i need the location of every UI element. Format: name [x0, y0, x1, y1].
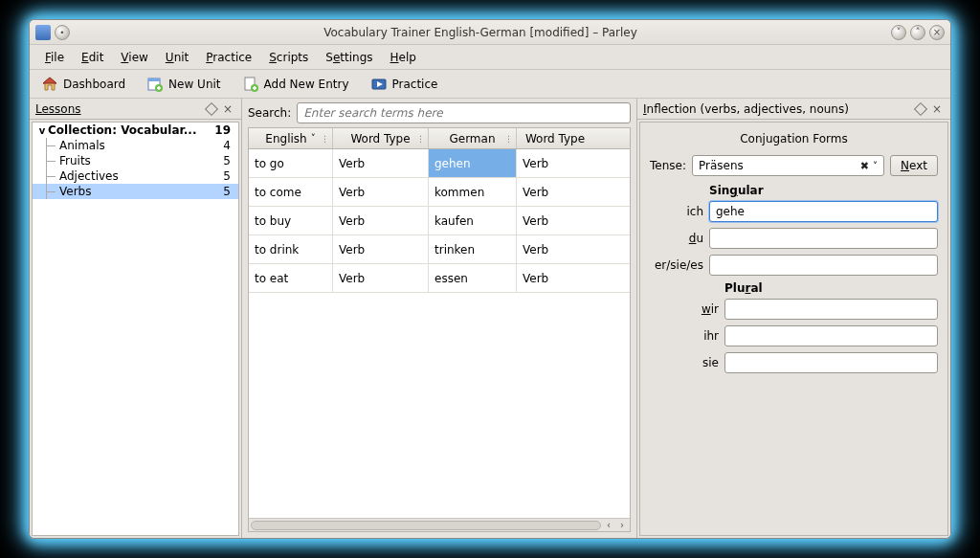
- table-row[interactable]: to go Verb gehen Verb: [249, 149, 630, 178]
- panel-float-icon[interactable]: [914, 101, 927, 115]
- search-label: Search:: [248, 106, 291, 120]
- cell-wordtype[interactable]: Verb: [333, 207, 429, 234]
- inflection-panel: Inflection (verbs, adjectives, nouns) × …: [636, 99, 950, 538]
- tree-item-adjectives[interactable]: Adjectives 5: [33, 168, 238, 184]
- table-row[interactable]: to buy Verb kaufen Verb: [249, 207, 630, 235]
- cell-wordtype[interactable]: Verb: [333, 235, 429, 263]
- cell-wordtype[interactable]: Verb: [517, 235, 593, 263]
- panel-float-icon[interactable]: [205, 101, 218, 115]
- search-input[interactable]: [297, 102, 631, 123]
- lessons-tree[interactable]: v Collection: Vocabular... 19 Animals 4 …: [32, 122, 239, 536]
- table-row[interactable]: to drink Verb trinken Verb: [249, 235, 630, 264]
- scroll-left-icon[interactable]: ‹: [603, 520, 614, 530]
- close-button[interactable]: ×: [929, 25, 945, 40]
- tree-item-animals[interactable]: Animals 4: [33, 138, 238, 153]
- cell-english[interactable]: to go: [249, 149, 333, 177]
- menu-practice[interactable]: Practice: [198, 48, 259, 67]
- wir-input[interactable]: [724, 299, 938, 320]
- th-wordtype1[interactable]: Word Type⋮: [333, 128, 429, 148]
- chevron-down-icon[interactable]: ˅: [873, 161, 878, 171]
- ersiees-input[interactable]: [709, 255, 938, 276]
- menu-view[interactable]: View: [113, 48, 155, 67]
- tense-combobox[interactable]: Präsens ✖ ˅: [692, 155, 884, 176]
- th-german[interactable]: German⋮: [429, 128, 517, 148]
- new-unit-label: New Unit: [168, 78, 220, 91]
- tense-row: Tense: Präsens ✖ ˅ Next: [650, 155, 938, 176]
- app-icon: [35, 25, 51, 40]
- form-row-wir: wir: [650, 299, 938, 320]
- tree-root-count: 19: [214, 123, 234, 137]
- column-menu-icon[interactable]: ⋮: [504, 134, 513, 144]
- column-menu-icon[interactable]: ⋮: [321, 134, 329, 144]
- menu-settings[interactable]: Settings: [318, 48, 380, 67]
- th-english[interactable]: English˅⋮: [249, 128, 333, 148]
- du-input[interactable]: [709, 228, 938, 249]
- lessons-panel: Lessons × v Collection: Vocabular... 19 …: [30, 99, 242, 538]
- clear-icon[interactable]: ✖: [857, 160, 873, 172]
- tree-item-count: 4: [223, 139, 234, 152]
- form-row-du: du: [650, 228, 938, 249]
- maximize-button[interactable]: ˄: [910, 25, 925, 40]
- titlebar-pin-button[interactable]: •: [55, 25, 70, 40]
- new-unit-icon: [146, 76, 164, 93]
- minimize-button[interactable]: ˅: [891, 25, 906, 40]
- scroll-right-icon[interactable]: ›: [616, 520, 628, 530]
- cell-wordtype[interactable]: Verb: [517, 207, 593, 234]
- cell-english[interactable]: to drink: [249, 235, 333, 263]
- inflection-close-button[interactable]: ×: [929, 102, 945, 116]
- cell-wordtype[interactable]: Verb: [517, 264, 593, 292]
- cell-english[interactable]: to come: [249, 178, 333, 206]
- tree-item-label: Animals: [59, 139, 105, 152]
- ich-label: ich: [650, 205, 703, 218]
- menu-scripts[interactable]: Scripts: [261, 48, 316, 67]
- toolbar: Dashboard New Unit Add New Entry Practic…: [30, 70, 950, 99]
- next-button[interactable]: Next: [890, 155, 938, 176]
- dashboard-button[interactable]: Dashboard: [37, 74, 129, 95]
- horizontal-scrollbar[interactable]: ‹ ›: [249, 518, 630, 531]
- titlebar[interactable]: • Vocabulary Trainer English-German [mod…: [30, 20, 950, 45]
- ersiees-label: er/sie/es: [650, 258, 703, 272]
- tree-item-fruits[interactable]: Fruits 5: [33, 153, 238, 168]
- th-wordtype2[interactable]: Word Type: [517, 128, 593, 148]
- cell-wordtype[interactable]: Verb: [517, 149, 593, 177]
- dashboard-label: Dashboard: [63, 78, 125, 91]
- add-entry-label: Add New Entry: [264, 78, 349, 91]
- cell-wordtype[interactable]: Verb: [333, 178, 429, 206]
- practice-button[interactable]: Practice: [367, 74, 442, 95]
- cell-english[interactable]: to eat: [249, 264, 333, 292]
- ich-input[interactable]: [709, 201, 938, 222]
- cell-english[interactable]: to buy: [249, 207, 333, 234]
- svg-rect-3: [148, 78, 160, 81]
- lessons-close-button[interactable]: ×: [220, 102, 235, 116]
- svg-marker-1: [43, 78, 56, 83]
- wir-label: wir: [650, 302, 719, 316]
- add-new-entry-button[interactable]: Add New Entry: [238, 74, 353, 95]
- new-unit-button[interactable]: New Unit: [143, 74, 224, 95]
- tree-root[interactable]: v Collection: Vocabular... 19: [33, 123, 238, 138]
- column-menu-icon[interactable]: ⋮: [416, 134, 425, 144]
- table-row[interactable]: to come Verb kommen Verb: [249, 178, 630, 207]
- sie-input[interactable]: [724, 352, 938, 373]
- cell-wordtype[interactable]: Verb: [333, 149, 429, 177]
- tree-item-verbs[interactable]: Verbs 5: [33, 184, 238, 199]
- word-table: English˅⋮ Word Type⋮ German⋮ Word Type t…: [248, 127, 631, 532]
- lessons-title-label: Lessons: [35, 102, 203, 116]
- tree-collapse-icon[interactable]: v: [36, 125, 48, 136]
- ihr-input[interactable]: [724, 325, 938, 346]
- tree-item-label: Verbs: [59, 185, 91, 198]
- cell-german[interactable]: essen: [429, 264, 517, 292]
- cell-wordtype[interactable]: Verb: [333, 264, 429, 292]
- cell-wordtype[interactable]: Verb: [517, 178, 593, 206]
- cell-german[interactable]: kaufen: [429, 207, 517, 234]
- cell-german[interactable]: trinken: [429, 235, 517, 263]
- cell-german[interactable]: gehen: [429, 149, 517, 177]
- cell-german[interactable]: kommen: [429, 178, 517, 206]
- menu-unit[interactable]: Unit: [158, 48, 196, 67]
- table-row[interactable]: to eat Verb essen Verb: [249, 264, 630, 293]
- menu-file[interactable]: File: [37, 48, 72, 67]
- form-row-ich: ich: [650, 201, 938, 222]
- menu-edit[interactable]: Edit: [74, 48, 111, 67]
- menu-help[interactable]: Help: [383, 48, 424, 67]
- scrollbar-track[interactable]: [251, 521, 601, 530]
- plural-section-title: Plural: [724, 281, 938, 295]
